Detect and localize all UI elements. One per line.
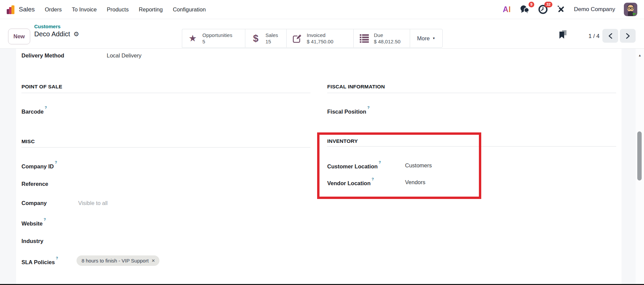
close-icon[interactable]: ×: [152, 258, 155, 263]
company-switcher[interactable]: Demo Company: [574, 6, 615, 13]
pager-next-button[interactable]: [620, 29, 636, 43]
help-icon[interactable]: ?: [56, 256, 58, 260]
user-avatar[interactable]: [624, 3, 637, 16]
breadcrumb: Customers Deco Addict ⚙: [34, 23, 79, 39]
stat-value: 5: [202, 38, 232, 45]
stat-value: 15: [265, 38, 278, 45]
stat-label: Opportunities: [202, 32, 232, 38]
stat-value: $ 41,750.00: [307, 38, 333, 45]
gear-icon[interactable]: ⚙: [73, 31, 79, 37]
bookmark-icon: [558, 30, 568, 40]
scroll-up-arrow-icon[interactable]: ▲: [636, 53, 644, 57]
stat-label: Sales: [265, 32, 278, 38]
breadcrumb-customers-link[interactable]: Customers: [34, 23, 79, 30]
star-icon: ★: [189, 34, 197, 43]
ai-logo-icon: AI: [503, 5, 511, 14]
top-navbar: Sales Orders To Invoice Products Reporti…: [0, 0, 644, 19]
menu-reporting[interactable]: Reporting: [139, 6, 163, 13]
sales-app-icon: [7, 5, 14, 14]
tools-icon: [556, 5, 565, 14]
customer-location-value[interactable]: Customers: [405, 161, 432, 169]
fiscal-position-value[interactable]: [405, 106, 573, 114]
customer-location-label: Customer Location?: [327, 161, 381, 170]
industry-value[interactable]: [78, 237, 280, 245]
barcode-value[interactable]: [78, 106, 280, 114]
activities-badge: 32: [544, 2, 552, 7]
sla-policy-tag[interactable]: 8 hours to finish - VIP Support ×: [77, 255, 159, 266]
stat-button-opportunities[interactable]: ★ Opportunities 5: [182, 29, 245, 48]
chat-bubbles-icon: [519, 5, 530, 14]
navbar-left: Sales Orders To Invoice Products Reporti…: [7, 5, 206, 14]
help-icon[interactable]: ?: [44, 217, 46, 221]
section-misc: MISC: [21, 137, 310, 148]
help-icon[interactable]: ?: [45, 106, 47, 110]
pager-counter[interactable]: 1 / 4: [583, 33, 605, 40]
stat-label: Invoiced: [307, 32, 333, 38]
favorite-bookmark-button[interactable]: [558, 30, 568, 40]
menu-orders[interactable]: Orders: [45, 6, 62, 13]
help-icon[interactable]: ?: [55, 160, 57, 164]
tag-label: 8 hours to finish - VIP Support: [82, 258, 149, 263]
vendor-location-value[interactable]: Vendors: [405, 178, 426, 186]
menu-products[interactable]: Products: [107, 6, 129, 13]
stat-button-sales[interactable]: $ Sales 15: [245, 29, 286, 48]
section-inventory: INVENTORY: [327, 136, 616, 147]
help-icon[interactable]: ?: [379, 160, 381, 164]
stat-button-invoiced[interactable]: Invoiced $ 41,750.00: [286, 29, 353, 48]
chevron-right-icon: [626, 33, 630, 39]
vertical-scrollbar[interactable]: ▲: [636, 49, 644, 285]
website-label: Website?: [21, 218, 46, 228]
company-label: Company: [21, 199, 47, 207]
app-name[interactable]: Sales: [19, 6, 35, 13]
delivery-method-label: Delivery Method: [21, 51, 64, 59]
company-value[interactable]: Visible to all: [78, 199, 108, 207]
chevron-down-icon: ▼: [432, 37, 435, 40]
vendor-location-label: Vendor Location?: [327, 177, 374, 187]
reference-label: Reference: [21, 180, 48, 188]
pencil-square-icon: [292, 34, 302, 43]
navbar-right: AI 9 32: [503, 3, 637, 16]
stat-value: $ 48,012.50: [374, 38, 400, 45]
reference-value[interactable]: [78, 180, 280, 188]
section-point-of-sale: POINT OF SALE: [21, 82, 310, 93]
help-icon[interactable]: ?: [371, 177, 374, 181]
sheet-right-margin: [622, 49, 636, 284]
chevron-left-icon: [608, 33, 613, 39]
website-value[interactable]: [78, 218, 280, 226]
fiscal-position-label: Fiscal Position?: [327, 106, 369, 116]
pager-previous-button[interactable]: [602, 29, 618, 43]
list-icon: [360, 34, 369, 43]
industry-label: Industry: [21, 237, 43, 245]
barcode-label: Barcode?: [21, 106, 47, 116]
debug-tools-button[interactable]: [556, 5, 565, 14]
sheet-left-margin: [0, 49, 16, 284]
screen: Sales Orders To Invoice Products Reporti…: [0, 0, 644, 285]
help-icon[interactable]: ?: [367, 106, 369, 110]
company-id-label: Company ID?: [21, 161, 57, 170]
dollar-icon: $: [253, 34, 258, 43]
messages-button[interactable]: 9: [519, 5, 530, 14]
menu-to-invoice[interactable]: To Invoice: [72, 6, 97, 13]
section-fiscal-information: FISCAL INFORMATION: [327, 82, 616, 93]
breadcrumb-current-record: Deco Addict: [34, 30, 70, 39]
stat-button-box: ★ Opportunities 5 $ Sales 15: [182, 29, 443, 48]
stat-label: Due: [374, 32, 400, 38]
delivery-method-value[interactable]: Local Delivery: [107, 51, 142, 59]
messages-badge: 9: [529, 2, 534, 7]
ai-button[interactable]: AI: [503, 5, 511, 14]
stat-button-due[interactable]: Due $ 48,012.50: [353, 29, 410, 48]
more-button[interactable]: More ▼: [410, 29, 443, 48]
menu-configuration[interactable]: Configuration: [173, 6, 206, 13]
control-panel: New Customers Deco Addict ⚙ ★ Opportunit…: [0, 19, 644, 49]
activities-button[interactable]: 32: [538, 5, 548, 14]
sla-policies-label: SLA Policies?: [21, 256, 58, 266]
app-switcher[interactable]: Sales: [7, 5, 35, 14]
scrollbar-thumb[interactable]: [637, 131, 642, 180]
new-button[interactable]: New: [8, 29, 30, 44]
company-id-value[interactable]: [78, 161, 280, 169]
